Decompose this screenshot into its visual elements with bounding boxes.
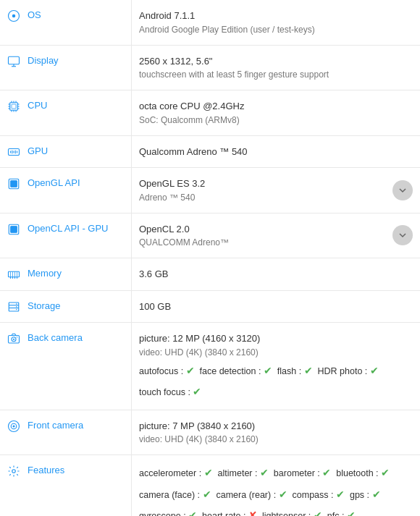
label-memory: Memory bbox=[0, 258, 131, 290]
label-storage: Storage bbox=[0, 291, 131, 323]
features-line2: camera (face) : ✔ camera (rear) : ✔ comp… bbox=[139, 486, 413, 504]
cpu-value-sub: SoC: Qualcomm (ARMv8) bbox=[139, 114, 413, 127]
back-camera-icon bbox=[6, 331, 22, 345]
row-back-camera: Back camera picture: 12 MP (4160 x 3120)… bbox=[0, 323, 420, 410]
memory-label: Memory bbox=[28, 267, 62, 279]
opencl-icon bbox=[6, 222, 22, 236]
label-display: Display bbox=[0, 46, 131, 90]
features-line3: gyroscope : ✔ heart rate : ✘ lightsensor… bbox=[139, 507, 413, 516]
row-front-camera: Front camera picture: 7 MP (3840 x 2160)… bbox=[0, 410, 420, 456]
memory-icon bbox=[6, 267, 22, 281]
opencl-dropdown[interactable] bbox=[392, 225, 413, 245]
front-camera-value-main: picture: 7 MP (3840 x 2160) bbox=[139, 419, 413, 433]
svg-point-49 bbox=[17, 337, 18, 338]
features-icon bbox=[6, 464, 22, 478]
display-label: Display bbox=[28, 54, 59, 66]
storage-value-main: 100 GB bbox=[139, 300, 413, 314]
row-cpu: CPU octa core CPU @2.4GHz SoC: Qualcomm … bbox=[0, 90, 420, 136]
opencl-value: OpenCL 2.0 QUALCOMM Adreno™ bbox=[131, 213, 420, 258]
label-opengl: OpenGL API bbox=[0, 168, 131, 213]
svg-point-1 bbox=[12, 14, 16, 18]
spec-table: OS Android 7.1.1 Android Google Play Edi… bbox=[0, 0, 420, 516]
opengl-icon bbox=[6, 177, 22, 190]
memory-value-main: 3.6 GB bbox=[139, 267, 413, 282]
cpu-label: CPU bbox=[28, 99, 47, 111]
storage-value: 100 GB bbox=[131, 291, 420, 323]
svg-point-53 bbox=[12, 470, 16, 473]
os-icon bbox=[6, 9, 22, 22]
label-cpu: CPU bbox=[0, 90, 131, 135]
os-value-sub: Android Google Play Edition (user / test… bbox=[139, 23, 413, 36]
back-camera-value: picture: 12 MP (4160 x 3120) video: UHD … bbox=[131, 323, 420, 410]
row-storage: Storage 100 GB bbox=[0, 291, 420, 323]
opencl-value-sub: QUALCOMM Adreno™ bbox=[139, 236, 387, 249]
label-gpu: GPU bbox=[0, 136, 131, 168]
cpu-value: octa core CPU @2.4GHz SoC: Qualcomm (ARM… bbox=[131, 90, 420, 135]
svg-rect-6 bbox=[12, 104, 16, 109]
svg-point-48 bbox=[13, 339, 14, 340]
os-value: Android 7.1.1 Android Google Play Editio… bbox=[131, 0, 420, 45]
svg-point-52 bbox=[13, 425, 15, 427]
display-value-main: 2560 x 1312, 5.6" bbox=[139, 54, 413, 69]
svg-point-45 bbox=[16, 308, 17, 310]
gpu-icon bbox=[6, 145, 22, 158]
svg-rect-30 bbox=[11, 226, 17, 232]
opengl-value-sub: Adreno ™ 540 bbox=[139, 191, 387, 204]
opengl-dropdown[interactable] bbox=[392, 180, 413, 200]
back-camera-value-main: picture: 12 MP (4160 x 3120) bbox=[139, 331, 413, 346]
display-value: 2560 x 1312, 5.6" touchscreen with at le… bbox=[131, 46, 420, 90]
svg-rect-27 bbox=[11, 181, 17, 187]
features-label: Features bbox=[28, 464, 64, 475]
opencl-label: OpenCL API - GPU bbox=[28, 222, 109, 234]
label-front-camera: Front camera bbox=[0, 410, 131, 455]
os-value-main: Android 7.1.1 bbox=[139, 9, 413, 23]
svg-point-44 bbox=[16, 305, 17, 307]
row-opengl: OpenGL API OpenGL ES 3.2 Adreno ™ 540 bbox=[0, 168, 420, 213]
os-label: OS bbox=[28, 9, 41, 20]
row-display: Display 2560 x 1312, 5.6" touchscreen wi… bbox=[0, 46, 420, 91]
back-camera-features-line1: autofocus : ✔ face detection : ✔ flash :… bbox=[139, 362, 413, 380]
svg-rect-31 bbox=[9, 271, 20, 277]
back-camera-features-line2: touch focus : ✔ bbox=[139, 383, 413, 401]
label-os: OS bbox=[0, 0, 131, 45]
front-camera-icon bbox=[6, 419, 22, 433]
label-back-camera: Back camera bbox=[0, 323, 131, 410]
back-camera-label: Back camera bbox=[28, 331, 83, 343]
storage-icon bbox=[6, 300, 22, 313]
cpu-value-main: octa core CPU @2.4GHz bbox=[139, 99, 413, 114]
display-value-sub: touchscreen with at least 5 finger gestu… bbox=[139, 68, 413, 81]
gpu-label: GPU bbox=[28, 145, 48, 156]
row-features: Features accelerometer : ✔ altimeter : ✔… bbox=[0, 455, 420, 516]
memory-value: 3.6 GB bbox=[131, 258, 420, 290]
display-icon bbox=[6, 54, 22, 68]
front-camera-value-sub: video: UHD (4K) (3840 x 2160) bbox=[139, 433, 413, 446]
front-camera-value: picture: 7 MP (3840 x 2160) video: UHD (… bbox=[131, 410, 420, 455]
row-gpu: GPU Qualcomm Adreno ™ 540 bbox=[0, 136, 420, 169]
opengl-value-main: OpenGL ES 3.2 bbox=[139, 177, 387, 191]
gpu-value-main: Qualcomm Adreno ™ 540 bbox=[139, 145, 413, 159]
label-opencl: OpenCL API - GPU bbox=[0, 213, 131, 258]
opengl-value: OpenGL ES 3.2 Adreno ™ 540 bbox=[131, 168, 420, 213]
opencl-value-main: OpenCL 2.0 bbox=[139, 222, 387, 237]
opengl-label: OpenGL API bbox=[28, 177, 80, 188]
front-camera-label: Front camera bbox=[28, 419, 83, 431]
svg-rect-2 bbox=[9, 56, 20, 64]
row-os: OS Android 7.1.1 Android Google Play Edi… bbox=[0, 0, 420, 46]
row-opencl: OpenCL API - GPU OpenCL 2.0 QUALCOMM Adr… bbox=[0, 213, 420, 259]
cpu-icon bbox=[6, 99, 22, 113]
svg-rect-40 bbox=[9, 303, 19, 311]
row-memory: Memory 3.6 GB bbox=[0, 258, 420, 291]
label-features: Features bbox=[0, 455, 131, 516]
storage-label: Storage bbox=[28, 300, 61, 311]
back-camera-value-sub: video: UHD (4K) (3840 x 2160) bbox=[139, 346, 413, 359]
features-line1: accelerometer : ✔ altimeter : ✔ baromete… bbox=[139, 464, 413, 482]
svg-point-43 bbox=[16, 303, 17, 305]
gpu-value: Qualcomm Adreno ™ 540 bbox=[131, 136, 420, 168]
features-value: accelerometer : ✔ altimeter : ✔ baromete… bbox=[131, 455, 420, 516]
svg-rect-5 bbox=[10, 103, 18, 111]
